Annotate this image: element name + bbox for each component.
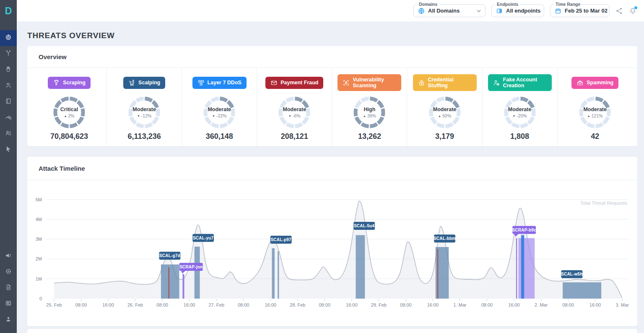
trend-indicator: ▼ -22% bbox=[212, 113, 226, 118]
attack-label-SCAL-bbm[interactable]: SCAL-bbm bbox=[434, 234, 456, 242]
time-range-label: Time Range bbox=[554, 2, 582, 7]
severity-gauge: Moderate ▼ -6% bbox=[278, 96, 311, 129]
threat-chip-payment-fraud[interactable]: Payment Fraud bbox=[265, 77, 323, 89]
sidebar-item-chart-search[interactable] bbox=[0, 110, 17, 126]
x-axis-tick: 16:00 bbox=[589, 302, 601, 307]
time-range-select[interactable]: Time Range Feb 25 to Mar 02 bbox=[550, 4, 610, 17]
threat-chip-scraping[interactable]: Scraping bbox=[48, 77, 91, 89]
endpoints-select[interactable]: Endpoints All endpoints bbox=[491, 4, 544, 17]
scan-lock-icon bbox=[343, 79, 350, 86]
severity-label: Moderate bbox=[208, 107, 231, 112]
envelope-bug-icon bbox=[576, 79, 584, 86]
severity-gauge: Moderate ▼ -22% bbox=[203, 96, 236, 129]
attack-bar-SCAL-p97[interactable] bbox=[278, 251, 279, 299]
time-range-value: Feb 25 to Mar 02 bbox=[565, 8, 608, 14]
threat-count: 70,804,623 bbox=[50, 132, 88, 141]
threat-column: Spamming Moderate ▲ 121% 42 bbox=[558, 68, 633, 146]
sidebar-item-radar[interactable] bbox=[0, 30, 17, 46]
severity-label: Moderate bbox=[132, 107, 156, 112]
attack-label-SCAL-5u4[interactable]: SCAL-5u4 bbox=[353, 222, 375, 230]
attack-bar-SCAL-g7d[interactable] bbox=[161, 265, 179, 299]
trend-arrow-icon: ▲ bbox=[64, 114, 67, 117]
attack-label-SCAL-yu7[interactable]: SCAL-yu7 bbox=[192, 234, 214, 242]
svg-text:SCAL-bbm: SCAL-bbm bbox=[434, 236, 456, 241]
trend-arrow-icon: ▼ bbox=[137, 114, 140, 117]
attack-bar-SCAL-yu7[interactable] bbox=[195, 247, 200, 299]
attack-bar-SCRAP-b9c[interactable] bbox=[521, 235, 524, 299]
trend-arrow-icon: ▼ bbox=[512, 114, 515, 117]
tools-icon bbox=[5, 82, 12, 90]
attack-bar-SCAL-5u4[interactable] bbox=[356, 235, 365, 299]
megaphone-icon bbox=[5, 252, 12, 260]
severity-gauge: Moderate ▼ -12% bbox=[127, 96, 161, 129]
trend-arrow-icon: ▲ bbox=[363, 114, 366, 117]
x-axis-tick: 29. Feb bbox=[371, 302, 387, 307]
x-axis-tick: 27. Feb bbox=[209, 302, 224, 307]
severity-label: Moderate bbox=[583, 107, 607, 112]
threat-chip-spamming[interactable]: Spamming bbox=[571, 77, 618, 89]
trend-percent: -20% bbox=[517, 113, 527, 118]
threat-chip-label: Layer 7 DDoS bbox=[208, 80, 242, 86]
sidebar-item-cursor[interactable] bbox=[0, 142, 17, 158]
sidebar-item-hand[interactable] bbox=[0, 62, 17, 78]
attack-bar-SCAL-w5h[interactable] bbox=[563, 282, 601, 299]
attack-bar-SCAL-p97[interactable] bbox=[272, 248, 275, 299]
x-axis-tick: 16:00 bbox=[184, 302, 195, 307]
attack-timeline-chart: 01M2M3M4M5M25. Feb08:0016:0026. Feb08:00… bbox=[27, 180, 637, 326]
threat-column: Vulnerability Scanning High ▲ 39% 13,262 bbox=[332, 68, 407, 146]
threat-count: 1,808 bbox=[510, 132, 529, 141]
chart-search-icon bbox=[5, 114, 12, 122]
threat-chip-label: Spamming bbox=[587, 80, 613, 86]
chevron-down-icon bbox=[477, 10, 481, 12]
cart-x-icon bbox=[128, 79, 135, 86]
y-axis-tick: 5M bbox=[36, 197, 42, 202]
severity-label: High bbox=[364, 107, 376, 112]
trend-arrow-icon: ▲ bbox=[438, 114, 441, 117]
threat-chip-label: Payment Fraud bbox=[280, 80, 318, 86]
sidebar-item-person[interactable] bbox=[0, 312, 17, 328]
threat-chip-fake-account-creation[interactable]: Fake Account Creation bbox=[488, 74, 552, 91]
attack-label-SCAL-p97[interactable]: SCAL-p97 bbox=[270, 236, 292, 244]
threats-row: Scraping Critical ▲ 2% 70,804,623 Scalp bbox=[27, 68, 637, 146]
endpoints-label: Endpoints bbox=[495, 2, 520, 7]
hand-icon bbox=[5, 66, 12, 74]
x-axis-tick: 16:00 bbox=[102, 302, 114, 307]
severity-label: Moderate bbox=[283, 107, 306, 112]
threat-count: 360,148 bbox=[206, 132, 233, 141]
notifications-button[interactable] bbox=[629, 7, 636, 15]
attack-bar-SCRAP-b9c[interactable] bbox=[516, 238, 517, 299]
threat-column: Scraping Critical ▲ 2% 70,804,623 bbox=[32, 68, 107, 146]
notification-dot bbox=[634, 6, 637, 9]
trend-percent: 39% bbox=[367, 113, 376, 118]
overview-card-title: Overview bbox=[27, 46, 637, 68]
radar-icon bbox=[5, 34, 12, 42]
sidebar-item-tools[interactable] bbox=[0, 78, 17, 94]
sidebar-item-users[interactable] bbox=[0, 126, 17, 142]
share-button[interactable] bbox=[615, 7, 623, 15]
attack-bar-SCRAP-b9c[interactable] bbox=[519, 238, 535, 299]
trend-arrow-icon: ▼ bbox=[212, 114, 215, 117]
domains-select[interactable]: Domains All Domains bbox=[413, 4, 486, 17]
x-axis-tick: 08:00 bbox=[156, 302, 168, 307]
news-icon bbox=[5, 300, 12, 308]
attack-bar-SCRAP-jon[interactable] bbox=[183, 274, 184, 299]
sidebar-item-megaphone[interactable] bbox=[0, 248, 17, 264]
severity-gauge: Moderate ▲ 121% bbox=[578, 96, 612, 129]
lock-eye-icon bbox=[418, 79, 425, 86]
attack-label-SCAL-g7d[interactable]: SCAL-g7d bbox=[159, 252, 181, 260]
sidebar-item-book[interactable] bbox=[0, 94, 17, 110]
threat-chip-layer-7-ddos[interactable]: Layer 7 DDoS bbox=[192, 77, 247, 89]
trend-percent: 2% bbox=[68, 113, 74, 118]
sidebar-item-news[interactable] bbox=[0, 296, 17, 312]
sidebar-item-file[interactable] bbox=[0, 280, 17, 296]
user-alert-icon bbox=[493, 79, 500, 86]
attack-label-SCAL-w5h[interactable]: SCAL-w5h bbox=[561, 270, 583, 278]
threat-chip-scalping[interactable]: Scalping bbox=[123, 77, 165, 89]
threat-chip-label: Fake Account Creation bbox=[503, 77, 547, 88]
sidebar-item-branch[interactable] bbox=[0, 46, 17, 62]
threat-chip-credential-stuffing[interactable]: Credential Stuffing bbox=[413, 74, 477, 91]
logo-letter: D bbox=[5, 5, 12, 17]
app-logo: D bbox=[0, 0, 17, 22]
threat-chip-vulnerability-scanning[interactable]: Vulnerability Scanning bbox=[338, 74, 401, 91]
sidebar-item-gear[interactable] bbox=[0, 264, 17, 280]
